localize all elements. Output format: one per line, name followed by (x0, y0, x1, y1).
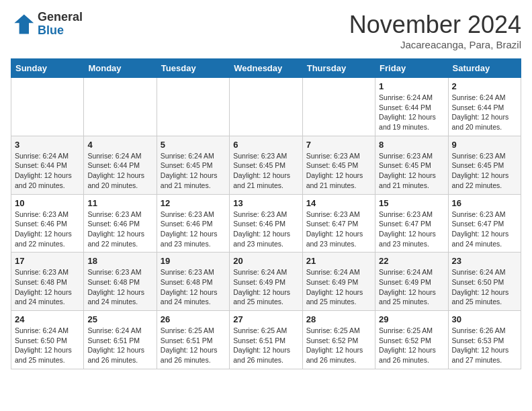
day-number: 4 (87, 140, 152, 150)
calendar-cell: 18Sunrise: 6:23 AM Sunset: 6:48 PM Dayli… (84, 253, 157, 311)
calendar-cell: 30Sunrise: 6:26 AM Sunset: 6:53 PM Dayli… (448, 311, 521, 369)
day-info: Sunrise: 6:23 AM Sunset: 6:48 PM Dayligh… (161, 267, 226, 307)
day-info: Sunrise: 6:24 AM Sunset: 6:51 PM Dayligh… (87, 326, 152, 365)
day-number: 9 (452, 140, 517, 150)
calendar-cell: 16Sunrise: 6:23 AM Sunset: 6:47 PM Dayli… (448, 194, 521, 253)
day-info: Sunrise: 6:26 AM Sunset: 6:53 PM Dayligh… (452, 326, 517, 365)
day-number: 29 (379, 314, 444, 324)
day-info: Sunrise: 6:23 AM Sunset: 6:47 PM Dayligh… (306, 210, 371, 249)
calendar-cell: 23Sunrise: 6:24 AM Sunset: 6:50 PM Dayli… (448, 253, 521, 311)
day-info: Sunrise: 6:23 AM Sunset: 6:47 PM Dayligh… (452, 210, 517, 249)
day-header-saturday: Saturday (448, 59, 521, 78)
day-number: 28 (306, 314, 371, 324)
day-number: 12 (161, 198, 226, 208)
title-block: November 2024 Jacareacanga, Para, Brazil (349, 11, 521, 50)
calendar-week-row: 3Sunrise: 6:24 AM Sunset: 6:44 PM Daylig… (11, 136, 521, 194)
calendar-cell: 8Sunrise: 6:23 AM Sunset: 6:45 PM Daylig… (375, 136, 448, 194)
day-number: 8 (379, 140, 444, 150)
day-info: Sunrise: 6:23 AM Sunset: 6:46 PM Dayligh… (161, 210, 226, 249)
calendar-cell: 29Sunrise: 6:25 AM Sunset: 6:52 PM Dayli… (375, 311, 448, 369)
day-header-thursday: Thursday (302, 59, 375, 78)
day-info: Sunrise: 6:24 AM Sunset: 6:49 PM Dayligh… (306, 267, 371, 307)
calendar-cell: 10Sunrise: 6:23 AM Sunset: 6:46 PM Dayli… (11, 194, 84, 253)
calendar-cell: 22Sunrise: 6:24 AM Sunset: 6:49 PM Dayli… (375, 253, 448, 311)
day-number: 7 (306, 140, 371, 150)
calendar-cell: 20Sunrise: 6:24 AM Sunset: 6:49 PM Dayli… (230, 253, 302, 311)
day-number: 11 (87, 198, 152, 208)
calendar-cell: 11Sunrise: 6:23 AM Sunset: 6:46 PM Dayli… (84, 194, 157, 253)
day-info: Sunrise: 6:23 AM Sunset: 6:45 PM Dayligh… (379, 151, 444, 191)
day-header-monday: Monday (84, 59, 157, 78)
calendar-cell: 7Sunrise: 6:23 AM Sunset: 6:45 PM Daylig… (302, 136, 375, 194)
day-info: Sunrise: 6:23 AM Sunset: 6:45 PM Dayligh… (452, 151, 517, 191)
day-number: 6 (233, 140, 298, 150)
location-subtitle: Jacareacanga, Para, Brazil (349, 39, 521, 50)
day-info: Sunrise: 6:23 AM Sunset: 6:45 PM Dayligh… (306, 151, 371, 191)
day-number: 21 (306, 256, 371, 266)
calendar-cell: 12Sunrise: 6:23 AM Sunset: 6:46 PM Dayli… (157, 194, 229, 253)
logo-general: General (38, 10, 83, 24)
day-info: Sunrise: 6:24 AM Sunset: 6:45 PM Dayligh… (161, 151, 226, 191)
day-number: 14 (306, 198, 371, 208)
calendar-cell: 21Sunrise: 6:24 AM Sunset: 6:49 PM Dayli… (302, 253, 375, 311)
day-number: 13 (233, 198, 298, 208)
logo-text: General Blue (38, 11, 83, 38)
calendar-cell: 14Sunrise: 6:23 AM Sunset: 6:47 PM Dayli… (302, 194, 375, 253)
day-info: Sunrise: 6:25 AM Sunset: 6:52 PM Dayligh… (379, 326, 444, 365)
day-number: 26 (161, 314, 226, 324)
day-info: Sunrise: 6:24 AM Sunset: 6:44 PM Dayligh… (15, 151, 80, 191)
day-info: Sunrise: 6:24 AM Sunset: 6:44 PM Dayligh… (87, 151, 152, 191)
calendar-cell: 3Sunrise: 6:24 AM Sunset: 6:44 PM Daylig… (11, 136, 84, 194)
calendar-cell (302, 78, 375, 136)
day-number: 18 (87, 256, 152, 266)
day-number: 25 (87, 314, 152, 324)
day-header-wednesday: Wednesday (230, 59, 302, 78)
day-info: Sunrise: 6:23 AM Sunset: 6:46 PM Dayligh… (87, 210, 152, 249)
day-header-friday: Friday (375, 59, 448, 78)
logo-icon (11, 12, 35, 36)
day-info: Sunrise: 6:23 AM Sunset: 6:46 PM Dayligh… (233, 210, 298, 249)
calendar-cell: 9Sunrise: 6:23 AM Sunset: 6:45 PM Daylig… (448, 136, 521, 194)
calendar-header-row: SundayMondayTuesdayWednesdayThursdayFrid… (11, 59, 521, 78)
svg-marker-0 (14, 14, 34, 34)
calendar-cell: 2Sunrise: 6:24 AM Sunset: 6:44 PM Daylig… (448, 78, 521, 136)
day-number: 15 (379, 198, 444, 208)
day-header-sunday: Sunday (11, 59, 84, 78)
day-info: Sunrise: 6:23 AM Sunset: 6:45 PM Dayligh… (233, 151, 298, 191)
day-info: Sunrise: 6:23 AM Sunset: 6:47 PM Dayligh… (379, 210, 444, 249)
calendar-cell: 25Sunrise: 6:24 AM Sunset: 6:51 PM Dayli… (84, 311, 157, 369)
day-number: 2 (452, 81, 517, 91)
day-number: 10 (15, 198, 80, 208)
calendar-cell (11, 78, 84, 136)
calendar-week-row: 1Sunrise: 6:24 AM Sunset: 6:44 PM Daylig… (11, 78, 521, 136)
day-info: Sunrise: 6:23 AM Sunset: 6:48 PM Dayligh… (87, 267, 152, 307)
day-number: 17 (15, 256, 80, 266)
day-number: 20 (233, 256, 298, 266)
calendar-table: SundayMondayTuesdayWednesdayThursdayFrid… (11, 58, 521, 369)
day-info: Sunrise: 6:24 AM Sunset: 6:44 PM Dayligh… (379, 93, 444, 132)
day-info: Sunrise: 6:25 AM Sunset: 6:51 PM Dayligh… (161, 326, 226, 365)
calendar-cell: 28Sunrise: 6:25 AM Sunset: 6:52 PM Dayli… (302, 311, 375, 369)
calendar-cell: 26Sunrise: 6:25 AM Sunset: 6:51 PM Dayli… (157, 311, 229, 369)
day-info: Sunrise: 6:24 AM Sunset: 6:50 PM Dayligh… (452, 267, 517, 307)
calendar-week-row: 17Sunrise: 6:23 AM Sunset: 6:48 PM Dayli… (11, 253, 521, 311)
calendar-cell: 13Sunrise: 6:23 AM Sunset: 6:46 PM Dayli… (230, 194, 302, 253)
day-number: 16 (452, 198, 517, 208)
day-number: 19 (161, 256, 226, 266)
day-info: Sunrise: 6:25 AM Sunset: 6:51 PM Dayligh… (233, 326, 298, 365)
day-info: Sunrise: 6:23 AM Sunset: 6:48 PM Dayligh… (15, 267, 80, 307)
day-header-tuesday: Tuesday (157, 59, 229, 78)
calendar-cell: 17Sunrise: 6:23 AM Sunset: 6:48 PM Dayli… (11, 253, 84, 311)
day-number: 27 (233, 314, 298, 324)
day-number: 5 (161, 140, 226, 150)
day-number: 23 (452, 256, 517, 266)
day-number: 30 (452, 314, 517, 324)
day-number: 3 (15, 140, 80, 150)
calendar-week-row: 10Sunrise: 6:23 AM Sunset: 6:46 PM Dayli… (11, 194, 521, 253)
calendar-week-row: 24Sunrise: 6:24 AM Sunset: 6:50 PM Dayli… (11, 311, 521, 369)
calendar-cell (230, 78, 302, 136)
day-info: Sunrise: 6:24 AM Sunset: 6:50 PM Dayligh… (15, 326, 80, 365)
day-info: Sunrise: 6:24 AM Sunset: 6:44 PM Dayligh… (452, 93, 517, 132)
calendar-cell (157, 78, 229, 136)
calendar-cell: 15Sunrise: 6:23 AM Sunset: 6:47 PM Dayli… (375, 194, 448, 253)
